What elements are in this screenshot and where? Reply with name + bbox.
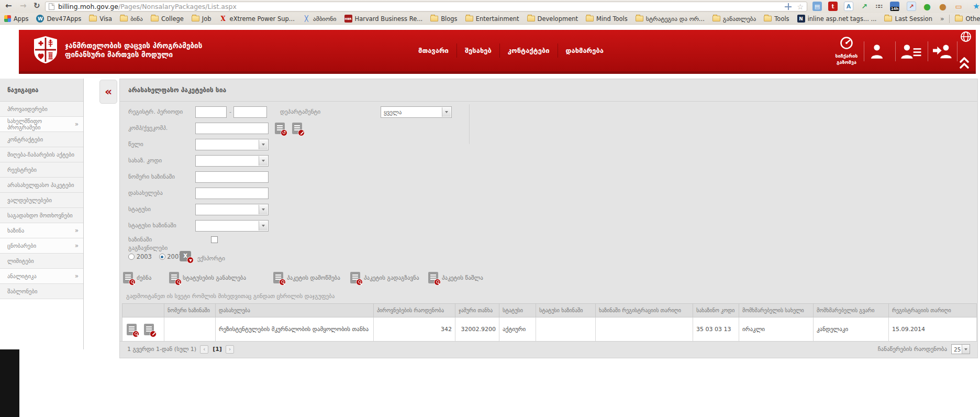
radio-2003[interactable]: [128, 254, 135, 260]
dots-extension-icon[interactable]: ∷∷: [874, 2, 884, 11]
register-period-to-input[interactable]: [233, 106, 267, 118]
row-edit-button[interactable]: [144, 324, 154, 335]
delete-package-button[interactable]: პაკეტის წაშლა: [428, 271, 483, 284]
globe-icon[interactable]: [960, 31, 972, 45]
bookmark-visa[interactable]: Visa: [89, 15, 112, 23]
forward-icon[interactable]: →: [20, 1, 27, 10]
chart-window-extension-icon[interactable]: ↗: [907, 2, 916, 11]
bookmark-entertainment[interactable]: Entertainment: [465, 15, 519, 23]
column-treasury-code[interactable]: სახაზინო კოდი: [693, 304, 739, 317]
bookmark-aspnet-tags[interactable]: Ninline asp.net tags... ...: [797, 15, 877, 23]
comp-lookup-button[interactable]: ↺: [275, 123, 285, 134]
menu-item-help[interactable]: დახმარება: [558, 43, 611, 58]
verify-package-button[interactable]: პაკეტის დამოწმება: [273, 271, 340, 284]
number-in-treasury-input[interactable]: [195, 171, 269, 183]
row-view-button[interactable]: [127, 324, 137, 335]
green-arrows-extension-icon[interactable]: ↗: [860, 2, 869, 11]
column-reg-date[interactable]: რეგისტრაციის თარიღი: [889, 304, 977, 317]
bookmark-college[interactable]: College: [151, 15, 184, 23]
column-status[interactable]: სტატუსი: [499, 304, 536, 317]
profile-icon[interactable]: [869, 42, 885, 61]
bookmark-development[interactable]: Development: [527, 15, 578, 23]
sent-to-treasury-checkbox[interactable]: [211, 236, 218, 243]
other-bookmarks[interactable]: Other boo: [955, 15, 980, 23]
sidebar-item-state-programs[interactable]: სახელმწიფო პროგრამები»: [0, 117, 84, 132]
bookmark-strategy[interactable]: სტრატეგია და ორ...: [636, 15, 705, 23]
bookmark-apps[interactable]: Apps: [4, 15, 28, 23]
bookmark-hbr[interactable]: HBRHarvard Business Re...: [344, 15, 423, 23]
column-status-in-treasury[interactable]: სტატუსი ხაზინაში: [536, 304, 596, 317]
bookmark-mind-tools[interactable]: Mind Tools: [586, 15, 628, 23]
column-user-first-name[interactable]: მომხმარებელის სახელი: [739, 304, 814, 317]
current-page[interactable]: [1]: [213, 346, 222, 353]
cookie-extension-icon[interactable]: ●: [938, 2, 948, 11]
sidebar-item-references[interactable]: ცნობარები»: [0, 238, 84, 254]
year-select[interactable]: [195, 139, 269, 150]
bookmark-dev47apps[interactable]: WDev47Apps: [36, 15, 81, 23]
bookmark-last-session[interactable]: Last Session: [884, 15, 932, 23]
speed-test-button[interactable]: სიჩქარის გაზომვა: [830, 36, 863, 65]
ruler-extension-icon[interactable]: ▭: [954, 2, 963, 11]
sidebar-item-analytics[interactable]: ანალიტიკა»: [0, 269, 84, 284]
treasury-code-select[interactable]: [195, 155, 269, 167]
bookmark-tools[interactable]: Tools: [764, 15, 789, 23]
column-treasury-reg-date[interactable]: ხაზინაში რეგისტრაციის თარიღი: [596, 304, 693, 317]
search-button[interactable]: ძებნა: [123, 271, 151, 284]
sidebar-collapse-button[interactable]: «: [99, 80, 117, 104]
sidebar-item-nonsalary-packages[interactable]: არასახელფასო პაკეტები: [0, 178, 84, 193]
scroll-top-icon[interactable]: [959, 56, 970, 72]
bookmark-extreme-power[interactable]: XeXtreme Power Sup...: [219, 15, 295, 23]
sidebar-item-contracts[interactable]: კონტრაქტები: [0, 132, 84, 147]
comp-input[interactable]: [195, 123, 269, 134]
bookmark-education[interactable]: განათლება: [712, 15, 756, 23]
sidebar-item-obligations[interactable]: ვალდებულებები: [0, 193, 84, 208]
name-input[interactable]: [195, 188, 269, 199]
column-user-last-name[interactable]: მომხმარებელის გვარი: [814, 304, 889, 317]
next-page-button[interactable]: ›: [226, 345, 234, 354]
menu-item-contacts[interactable]: კონტაქტები: [499, 43, 558, 58]
column-number-in-treasury[interactable]: ნომერი ხაზინაში: [164, 304, 216, 317]
pan-icon[interactable]: [785, 3, 792, 10]
status-select[interactable]: [195, 204, 269, 215]
google-translate-extension-icon[interactable]: A: [844, 2, 853, 11]
calendar-extension-icon[interactable]: 14h: [890, 2, 899, 11]
page-size-select[interactable]: 25: [951, 344, 970, 354]
sidebar-item-treasury[interactable]: ხაზინა»: [0, 223, 84, 238]
bookmark-job[interactable]: Job: [192, 15, 211, 23]
column-persons-count[interactable]: პიროვნებების რაოდენობა: [374, 304, 455, 317]
menu-item-about[interactable]: შესახებ: [456, 43, 499, 58]
bookmark-bina[interactable]: ბინა: [120, 15, 143, 23]
column-total-amount[interactable]: ჯამური თანხა: [455, 304, 499, 317]
export-button[interactable]: X: [180, 251, 191, 261]
prev-page-button[interactable]: ‹: [200, 345, 208, 354]
forward-package-button[interactable]: პაკეტის გადაგზავნა: [350, 271, 419, 284]
reload-icon[interactable]: ↻: [34, 1, 40, 10]
edge-extension-icon[interactable]: ★: [972, 2, 980, 11]
comp-clear-button[interactable]: [292, 123, 302, 134]
map-pin-extension-icon[interactable]: ●: [922, 2, 932, 11]
bookmark-blogs[interactable]: Blogs: [430, 15, 457, 23]
refresh-statuses-button[interactable]: სტატუსების განახლება: [169, 271, 246, 284]
radio-2007[interactable]: [159, 254, 165, 260]
sidebar-item-templates[interactable]: შაბლონები: [0, 284, 84, 299]
user-details-icon[interactable]: [900, 42, 922, 61]
address-bar[interactable]: billing.moh.gov.ge/Pages/NonsalaryPackag…: [45, 2, 807, 12]
register-period-from-input[interactable]: [195, 106, 227, 118]
translate-it-extension-icon[interactable]: t: [828, 2, 838, 11]
window-gears-extension-icon[interactable]: ▤: [812, 2, 822, 11]
bookmarks-overflow-icon[interactable]: »: [940, 15, 944, 23]
column-name[interactable]: დასახელება: [216, 304, 374, 317]
department-select[interactable]: ყველა: [381, 106, 452, 118]
sidebar-item-acceptance-acts[interactable]: მიღება-ჩაბარების აქტები: [0, 147, 84, 162]
menu-item-main[interactable]: მთავარი: [410, 43, 456, 58]
bookmark-star-icon[interactable]: ☆: [797, 3, 804, 10]
sidebar-item-limits[interactable]: ლიმიტები: [0, 254, 84, 269]
back-icon[interactable]: ←: [5, 1, 12, 10]
logout-icon[interactable]: [933, 42, 953, 61]
status-in-treasury-select[interactable]: [195, 220, 269, 232]
bookmark-ambioni[interactable]: ╳ამბიონი: [303, 15, 337, 23]
sidebar-item-registers[interactable]: რეესტრები: [0, 162, 84, 178]
sidebar-item-payment-requests[interactable]: საგადახდო მოთხოვნები: [0, 208, 84, 223]
sidebar-item-providers[interactable]: პროვაიდერები: [0, 102, 84, 117]
moh-shield-logo[interactable]: [32, 36, 59, 66]
